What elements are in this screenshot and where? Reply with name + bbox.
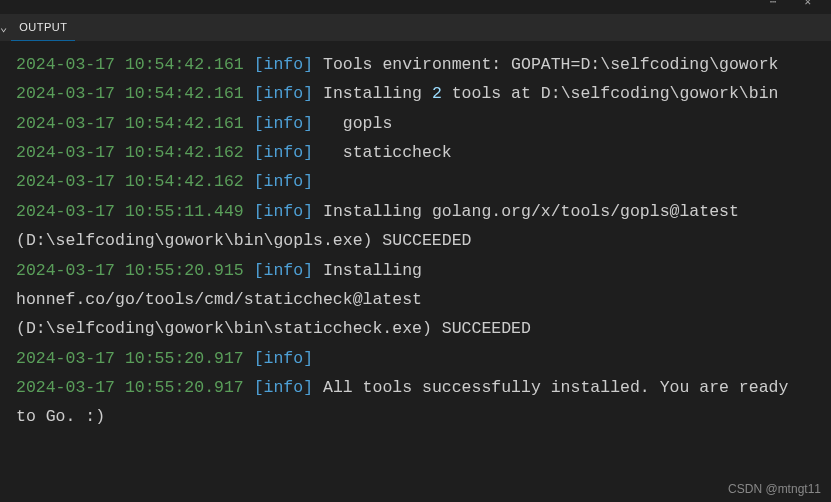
tab-output[interactable]: OUTPUT xyxy=(11,14,75,41)
log-message: staticcheck xyxy=(313,143,452,162)
log-message: tools at D:\selfcoding\gowork\bin xyxy=(442,84,779,103)
scrollbar[interactable] xyxy=(818,42,831,502)
more-icon[interactable]: ⋯ xyxy=(770,0,777,8)
log-level: [info] xyxy=(254,349,313,368)
log-line: 2024-03-17 10:54:42.161 [info] Installin… xyxy=(16,79,815,108)
log-line: 2024-03-17 10:55:20.915 [info] Installin… xyxy=(16,256,815,344)
log-message: Tools environment: GOPATH=D:\selfcoding\… xyxy=(313,55,778,74)
title-bar: ⋯ ✕ xyxy=(0,0,831,14)
log-line: 2024-03-17 10:54:42.161 [info] gopls xyxy=(16,109,815,138)
log-timestamp: 2024-03-17 10:55:20.917 xyxy=(16,378,244,397)
panel-tabs: ⌄ OUTPUT xyxy=(0,14,831,42)
log-timestamp: 2024-03-17 10:55:20.915 xyxy=(16,261,244,280)
log-level: [info] xyxy=(254,378,313,397)
log-message: Installing xyxy=(313,84,432,103)
log-line: 2024-03-17 10:55:20.917 [info] All tools… xyxy=(16,373,815,432)
log-line: 2024-03-17 10:54:42.161 [info] Tools env… xyxy=(16,50,815,79)
output-panel: 2024-03-17 10:54:42.161 [info] Tools env… xyxy=(0,42,831,502)
log-line: 2024-03-17 10:55:20.917 [info] xyxy=(16,344,815,373)
log-level: [info] xyxy=(254,55,313,74)
log-timestamp: 2024-03-17 10:54:42.161 xyxy=(16,84,244,103)
log-timestamp: 2024-03-17 10:54:42.161 xyxy=(16,55,244,74)
log-level: [info] xyxy=(254,261,313,280)
log-number: 2 xyxy=(432,84,442,103)
log-message xyxy=(313,349,323,368)
chevron-down-icon[interactable]: ⌄ xyxy=(0,20,11,35)
log-message xyxy=(313,172,323,191)
log-timestamp: 2024-03-17 10:55:20.917 xyxy=(16,349,244,368)
log-level: [info] xyxy=(254,84,313,103)
log-line: 2024-03-17 10:55:11.449 [info] Installin… xyxy=(16,197,815,256)
log-timestamp: 2024-03-17 10:54:42.161 xyxy=(16,114,244,133)
log-line: 2024-03-17 10:54:42.162 [info] staticche… xyxy=(16,138,815,167)
close-icon[interactable]: ✕ xyxy=(804,0,811,8)
log-timestamp: 2024-03-17 10:55:11.449 xyxy=(16,202,244,221)
log-level: [info] xyxy=(254,143,313,162)
log-level: [info] xyxy=(254,202,313,221)
log-timestamp: 2024-03-17 10:54:42.162 xyxy=(16,172,244,191)
log-message: gopls xyxy=(313,114,392,133)
log-level: [info] xyxy=(254,172,313,191)
log-line: 2024-03-17 10:54:42.162 [info] xyxy=(16,167,815,196)
log-timestamp: 2024-03-17 10:54:42.162 xyxy=(16,143,244,162)
log-level: [info] xyxy=(254,114,313,133)
watermark: CSDN @mtngt11 xyxy=(728,482,821,496)
